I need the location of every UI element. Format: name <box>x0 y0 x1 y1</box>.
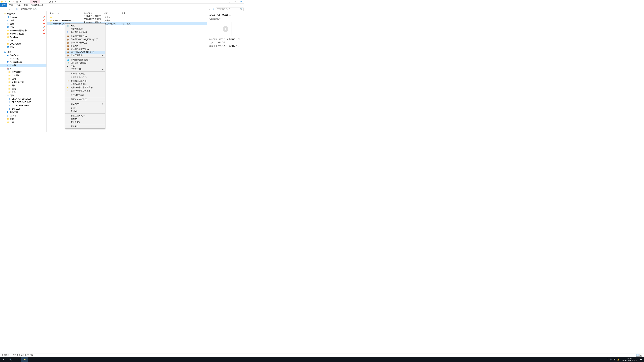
nav-tree[interactable]: ★快速访问🖵Desktop📌⬇下载📌📄文档📌🖼图片📌📁excel表格制作求和📌📁… <box>0 11 46 132</box>
context-menu[interactable]: 💿装载刻录光盘映像🗒上传到有道云笔记📦添加到压缩文件(A)...📦添加到 "Wi… <box>65 23 105 129</box>
col-date[interactable]: 修改日期 <box>84 12 104 15</box>
help-button[interactable]: ? <box>238 0 244 3</box>
qat-check-icon[interactable]: ✔ <box>8 0 11 3</box>
table-row[interactable]: 📁BaiduNetdiskDownload2020/12/25, 星期五 1..… <box>46 19 206 22</box>
menu-item[interactable]: 📦解压到 Win7x64_2020\ (E) <box>65 51 105 54</box>
forward-button[interactable]: → <box>4 8 8 10</box>
tree-item[interactable]: 📁Bandicam <box>0 35 46 39</box>
menu-item[interactable]: 通过QQ发送到 <box>65 93 105 97</box>
tree-item[interactable]: 📁软件 <box>0 117 46 121</box>
qat-pin-icon[interactable]: ▪ <box>4 0 7 3</box>
qat-new-icon[interactable]: ▤ <box>16 0 18 3</box>
tree-item[interactable]: 📁 保存的图片 <box>0 70 46 74</box>
search-input[interactable]: 搜索"文档 (E:)" 🔍 <box>216 7 244 11</box>
menu-item[interactable]: 创建快捷方式(S) <box>65 114 105 117</box>
menu-item[interactable]: 删除(D) <box>65 117 105 120</box>
menu-item[interactable]: 🗑使用 360强力删除 <box>65 83 105 86</box>
table-row[interactable]: 📁12020/12/15, 星期二 1...文件夹 <box>46 16 206 19</box>
details-thumbnail <box>220 22 232 36</box>
tree-item[interactable]: 🖥 DESKTOP-NJEU3CG <box>0 100 46 104</box>
menu-item[interactable]: 📦解压到当前文件夹(X) <box>65 47 105 51</box>
back-button[interactable]: ← <box>1 8 4 10</box>
col-type[interactable]: 类型 <box>104 12 122 15</box>
menu-item[interactable]: 发送到(N)▶ <box>65 102 105 105</box>
tree-item[interactable]: 🖵Desktop📌 <box>0 15 46 19</box>
menu-item-label: 打开方式(H) <box>70 68 101 71</box>
menu-item[interactable]: 属性(R) <box>65 125 105 128</box>
tree-item[interactable]: ★快速访问 <box>0 12 46 15</box>
tree-item[interactable]: 🖥 DESKTOP-LSSOEDP <box>0 97 46 100</box>
tree-item[interactable]: 📁 天翼云盘下载 <box>0 80 46 84</box>
tree-item[interactable]: 📁YUNQISHI2019📌 <box>0 32 46 35</box>
tree-item[interactable]: 📁excel表格制作求和📌 <box>0 29 46 32</box>
tree-item[interactable]: 📁 文档 <box>0 87 46 90</box>
menu-item[interactable]: ●使用 360进行木马云查杀 <box>65 86 105 89</box>
tree-item[interactable]: 📁 视频 <box>0 77 46 80</box>
tree-item[interactable]: 📄文档📌 <box>0 22 46 25</box>
tree-item[interactable]: ☁WPS网盘 <box>0 57 46 60</box>
menu-item[interactable]: 剪切(T) <box>65 107 105 110</box>
tree-item[interactable]: 🖴G:\ <box>0 39 46 42</box>
menu-item[interactable]: 📦用360压缩打开(Q) <box>65 41 105 44</box>
tree-item[interactable]: 📁 本机照片 <box>0 74 46 77</box>
col-size[interactable]: 大小 <box>122 12 135 15</box>
ribbon-tab-home[interactable]: 主页 <box>8 3 15 7</box>
crumb-1[interactable]: 文档 (E:) <box>28 8 36 10</box>
tree-item[interactable]: 🖵桌面 <box>0 50 46 54</box>
tree-item[interactable]: 🖥 PC-20190530OBLA <box>0 104 46 107</box>
menu-item[interactable]: 🛡使用 360解除占用 <box>65 80 105 83</box>
ribbon-tab-view[interactable]: 查看 <box>22 3 30 7</box>
qat-delete-icon[interactable]: ✕ <box>12 0 14 3</box>
tree-item[interactable]: 📁win7重装win7 <box>0 42 46 45</box>
menu-item[interactable]: ☁上传到百度网盘 <box>65 72 105 75</box>
menu-item[interactable]: 📝Edit with Notepad++ <box>65 61 105 64</box>
menu-item-label: 上传到有道云笔记 <box>70 30 104 33</box>
crumb-0[interactable]: 此电脑 <box>21 8 27 10</box>
qat-dropdown-icon[interactable]: ▾ <box>19 0 22 3</box>
tree-item[interactable]: 📚库 <box>0 67 46 70</box>
col-name[interactable]: 名称 ▲ <box>46 12 84 15</box>
menu-item[interactable]: ↗共享 <box>65 64 105 68</box>
breadcrumb[interactable]: 此电脑 › 文档 (E:) › <box>20 8 38 10</box>
menu-item[interactable]: 📦其他压缩命令▶ <box>65 54 105 57</box>
search-icon[interactable]: 🔍 <box>240 8 243 10</box>
tree-item[interactable]: 🖼图片 <box>0 45 46 49</box>
menu-item[interactable]: 💿装载 <box>65 24 105 27</box>
menu-item[interactable]: ●使用 360管理右键菜单 <box>65 89 105 92</box>
tree-item[interactable]: 🖥 ZMT2019 <box>0 107 46 111</box>
maximize-button[interactable]: ▢ <box>226 0 232 3</box>
tree-item[interactable]: 🗑回收站 <box>0 114 46 117</box>
tree-item[interactable]: ☁OneDrive <box>0 54 46 57</box>
ribbon-tab-file[interactable]: 文件 <box>0 3 8 7</box>
menu-item[interactable]: 刻录光盘映像 <box>65 27 105 30</box>
tree-item[interactable]: 👤Administrator <box>0 60 46 64</box>
ribbon-tab-disc[interactable]: 光盘映像工具 <box>30 3 45 7</box>
minimize-button[interactable]: — <box>220 0 226 3</box>
tree-item[interactable]: 📁 图片 <box>0 84 46 87</box>
tree-item[interactable]: 🖼图片📌 <box>0 25 46 29</box>
tree-item[interactable]: ⬇下载📌 <box>0 19 46 22</box>
menu-item[interactable]: 🌐用 蜂蜜浏览器 浏览(3) <box>65 58 105 61</box>
tree-item[interactable]: 🖥此电脑 <box>0 64 46 67</box>
tree-item[interactable]: 🖧网络 <box>0 94 46 97</box>
ribbon-tab-share[interactable]: 共享 <box>15 3 22 7</box>
column-headers[interactable]: 名称 ▲ 修改日期 类型 大小 <box>46 11 206 16</box>
menu-item[interactable]: 打开方式(H)▶ <box>65 68 105 71</box>
refresh-button[interactable]: ⟳ <box>212 8 215 10</box>
detail-value: 3.69 GB <box>218 41 242 44</box>
menu-item[interactable]: 📦添加到 "Win7x64_2020.zip" (T) <box>65 38 105 41</box>
menu-item[interactable]: 还原以前的版本(V) <box>65 98 105 101</box>
menu-item[interactable]: 复制(C) <box>65 110 105 113</box>
address-dropdown[interactable]: ⌄ <box>208 8 211 10</box>
up-button[interactable]: ↑ <box>12 8 15 10</box>
menu-item[interactable]: 📦解压到(F)... <box>65 44 105 47</box>
contextual-tab-manage[interactable]: 管理 <box>30 0 40 3</box>
recent-dropdown[interactable]: ⌄ <box>8 8 11 10</box>
menu-item[interactable]: 📦添加到压缩文件(A)... <box>65 35 105 38</box>
tree-item[interactable]: 📁文件 <box>0 121 46 124</box>
close-button[interactable]: ✕ <box>232 0 238 3</box>
menu-item[interactable]: 🗒上传到有道云笔记 <box>65 30 105 33</box>
tree-item[interactable]: 📁 音乐 <box>0 90 46 94</box>
menu-item[interactable]: 重命名(M) <box>65 120 105 124</box>
tree-item[interactable]: 🛠控制面板 <box>0 111 46 114</box>
